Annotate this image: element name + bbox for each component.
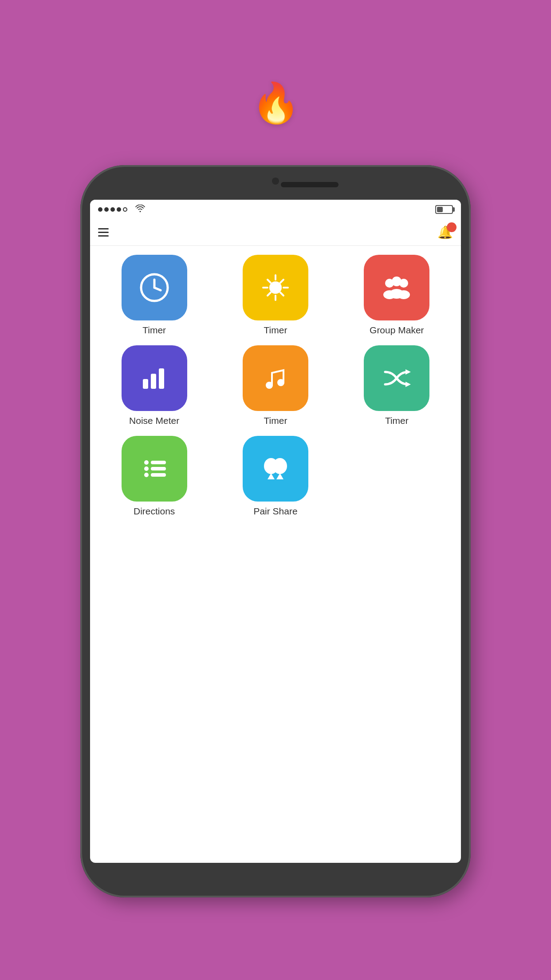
svg-rect-24 bbox=[151, 461, 166, 464]
grid-item-timer[interactable]: Timer bbox=[218, 345, 332, 426]
svg-line-8 bbox=[280, 280, 283, 283]
grid-item-timer[interactable]: Timer bbox=[218, 255, 332, 336]
app-label-1: Timer bbox=[264, 325, 287, 336]
hamburger-menu[interactable] bbox=[98, 228, 109, 237]
svg-marker-32 bbox=[276, 473, 283, 479]
svg-marker-22 bbox=[405, 382, 411, 387]
list-icon-box bbox=[122, 436, 187, 502]
phone-mockup: 🔔 TimerTimerGroup MakerNoise MeterTimerT… bbox=[80, 165, 471, 897]
app-label-3: Noise Meter bbox=[129, 415, 179, 426]
svg-rect-16 bbox=[143, 379, 148, 389]
svg-point-19 bbox=[266, 382, 273, 389]
app-label-2: Group Maker bbox=[370, 325, 424, 336]
svg-point-12 bbox=[392, 277, 401, 286]
app-label-7: Pair Share bbox=[253, 506, 297, 517]
svg-point-27 bbox=[144, 473, 149, 477]
header-left bbox=[98, 228, 115, 237]
hamburger-line1 bbox=[98, 228, 109, 229]
group-icon-box bbox=[364, 255, 429, 320]
svg-point-30 bbox=[273, 458, 287, 474]
app-label-0: Timer bbox=[142, 325, 166, 336]
svg-rect-26 bbox=[151, 467, 166, 470]
clock-icon-box bbox=[122, 255, 187, 320]
grid-item-directions[interactable]: Directions bbox=[97, 436, 211, 517]
app-label-4: Timer bbox=[264, 415, 287, 426]
sun-icon-box bbox=[243, 255, 308, 320]
svg-marker-21 bbox=[405, 369, 411, 375]
grid-item-pair-share[interactable]: Pair Share bbox=[218, 436, 332, 517]
shuffle-icon-box bbox=[364, 345, 429, 411]
svg-rect-28 bbox=[151, 473, 166, 477]
battery-fill bbox=[437, 207, 443, 212]
tool-grid: TimerTimerGroup MakerNoise MeterTimerTim… bbox=[90, 246, 461, 526]
svg-point-25 bbox=[144, 466, 149, 471]
status-right bbox=[433, 205, 453, 214]
signal-dots bbox=[98, 207, 127, 212]
headline: 🔥 bbox=[216, 36, 335, 125]
grid-item-timer[interactable]: Timer bbox=[97, 255, 211, 336]
bell-container[interactable]: 🔔 bbox=[437, 225, 453, 240]
battery-icon bbox=[435, 205, 453, 214]
status-bar bbox=[90, 200, 461, 219]
status-left bbox=[98, 205, 145, 215]
dot4 bbox=[117, 207, 121, 212]
app-label-5: Timer bbox=[385, 415, 409, 426]
svg-point-20 bbox=[277, 379, 284, 386]
svg-point-15 bbox=[390, 289, 404, 299]
grid-item-timer[interactable]: Timer bbox=[340, 345, 454, 426]
music-icon-box bbox=[243, 345, 308, 411]
dot1 bbox=[98, 207, 102, 212]
pairshare-icon-box bbox=[243, 436, 308, 502]
svg-point-23 bbox=[144, 460, 149, 465]
hamburger-line3 bbox=[98, 235, 109, 237]
dot2 bbox=[104, 207, 109, 212]
svg-marker-31 bbox=[268, 473, 275, 479]
wifi-icon bbox=[135, 205, 145, 215]
flame-emoji: 🔥 bbox=[252, 81, 300, 125]
dot3 bbox=[110, 207, 115, 212]
svg-line-7 bbox=[280, 292, 283, 296]
svg-rect-18 bbox=[159, 368, 164, 389]
dot5 bbox=[123, 207, 127, 212]
svg-line-6 bbox=[268, 280, 271, 283]
phone-speaker bbox=[281, 182, 338, 187]
phone-camera bbox=[272, 178, 279, 185]
phone-screen: 🔔 TimerTimerGroup MakerNoise MeterTimerT… bbox=[90, 200, 461, 863]
grid-item-group-maker[interactable]: Group Maker bbox=[340, 255, 454, 336]
svg-line-9 bbox=[268, 292, 271, 296]
notification-badge bbox=[447, 222, 457, 232]
svg-rect-17 bbox=[151, 374, 156, 389]
bars-icon-box bbox=[122, 345, 187, 411]
app-header: 🔔 bbox=[90, 219, 461, 246]
hamburger-line2 bbox=[98, 232, 109, 233]
grid-item-noise-meter[interactable]: Noise Meter bbox=[97, 345, 211, 426]
app-label-6: Directions bbox=[134, 506, 175, 517]
